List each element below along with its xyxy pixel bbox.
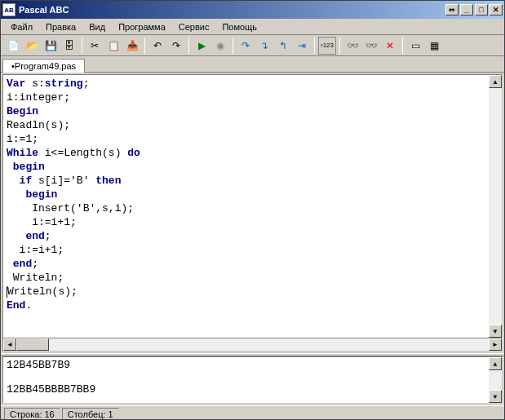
paste-icon[interactable]: 📥 (123, 37, 141, 55)
window-controls: ⇔ _ □ ✕ (445, 4, 503, 15)
scroll-thumb[interactable] (16, 338, 49, 351)
kw-end: End (7, 299, 25, 312)
editor-hscroll[interactable]: ◄ ► (3, 338, 502, 351)
separator (314, 38, 315, 54)
window-title: Pascal ABC (19, 5, 445, 15)
scroll-up-icon[interactable]: ▲ (489, 357, 502, 370)
maximize-button[interactable]: □ (475, 4, 488, 15)
window-icon[interactable]: ▭ (406, 37, 424, 55)
separator (188, 38, 189, 54)
code-text: Readln(s); (7, 119, 70, 131)
close-icon[interactable]: ✕ (381, 37, 399, 55)
scroll-left-icon[interactable]: ◄ (3, 338, 16, 351)
separator (144, 38, 145, 54)
menu-edit[interactable]: Правка (39, 20, 82, 33)
pin-button[interactable]: ⇔ (445, 4, 458, 15)
scroll-down-icon[interactable]: ▼ (489, 390, 502, 403)
robot-icon[interactable]: ▦ (425, 37, 443, 55)
code-text: Writeln(s); (7, 285, 78, 298)
scroll-track[interactable] (489, 88, 502, 325)
menu-program[interactable]: Программа (112, 20, 172, 33)
file-tab[interactable]: •Program49.pas (2, 59, 85, 73)
scroll-up-icon[interactable]: ▲ (489, 75, 502, 88)
kw-then: then (95, 175, 121, 187)
code-editor[interactable]: Var s:string; i:integer; Begin Readln(s)… (3, 75, 502, 338)
kw-begin: begin (25, 188, 57, 201)
kw-string: string (45, 77, 83, 90)
kw-end: end (25, 230, 44, 242)
close-window-button[interactable]: ✕ (489, 4, 503, 15)
separator (339, 38, 340, 54)
output-line: 12B45BB7B9 (7, 359, 498, 371)
run-icon[interactable]: ▶ (193, 37, 210, 55)
step-out-icon[interactable]: ↰ (274, 37, 292, 55)
minimize-button[interactable]: _ (460, 4, 473, 15)
kw-while: While (7, 147, 38, 159)
step-over-icon[interactable]: ↷ (237, 37, 255, 55)
scroll-track[interactable] (49, 338, 489, 351)
kw-var: Var (7, 77, 25, 90)
kw-if: if (20, 175, 33, 187)
code-text: i:integer; (7, 91, 70, 104)
menubar: Файл Правка Вид Программа Сервис Помощь (1, 19, 504, 35)
save-all-icon[interactable]: 🗄 (60, 37, 78, 55)
kw-end: end (13, 258, 32, 270)
output-vscroll[interactable]: ▲ ▼ (489, 357, 502, 403)
editor-vscroll[interactable]: ▲ ▼ (489, 75, 502, 338)
code-text: i:=i+1; (32, 216, 77, 228)
code-text: s: (25, 77, 44, 90)
separator (402, 38, 403, 54)
separator (82, 38, 82, 54)
open-folder-icon[interactable]: 📂 (23, 37, 41, 55)
redo-icon[interactable]: ↷ (167, 37, 185, 55)
menu-service[interactable]: Сервис (172, 20, 216, 33)
breakpoint-icon[interactable]: 👓 (362, 37, 380, 55)
titlebar: AB Pascal ABC ⇔ _ □ ✕ (1, 1, 504, 19)
scroll-right-icon[interactable]: ► (489, 338, 502, 351)
tabbar: •Program49.pas (1, 56, 504, 73)
code-text: Insert('B',s,i); (32, 202, 134, 214)
output-line: 12BB45BBBB7BB9 (7, 383, 498, 396)
code-text: . (25, 299, 32, 312)
scroll-track[interactable] (489, 370, 502, 390)
save-icon[interactable]: 💾 (42, 37, 60, 55)
statusbar: Строка: 16 Столбец: 1 (1, 405, 504, 420)
code-text: i:=i+1; (20, 244, 64, 256)
run-to-icon[interactable]: ⇥ (293, 37, 311, 55)
code-text: i:=1; (7, 133, 38, 145)
app-icon: AB (2, 3, 16, 16)
menu-view[interactable]: Вид (82, 20, 112, 33)
code-text: i<=Length(s) (38, 147, 127, 159)
step-into-icon[interactable]: ↴ (255, 37, 273, 55)
separator (233, 38, 233, 54)
watch-icon[interactable]: 👓 (343, 37, 361, 55)
undo-icon[interactable]: ↶ (148, 37, 166, 55)
menu-help[interactable]: Помощь (215, 20, 264, 33)
editor-area: Var s:string; i:integer; Begin Readln(s)… (2, 74, 503, 351)
kw-do: do (127, 147, 140, 159)
scroll-down-icon[interactable]: ▼ (489, 325, 502, 338)
kw-begin: begin (13, 161, 45, 173)
kw-begin: Begin (7, 105, 38, 117)
output-panel[interactable]: 12B45BB7B9 12BB45BBBB7BB9 ▲ ▼ (2, 356, 503, 404)
stop-icon[interactable]: ◉ (211, 37, 229, 55)
eval-icon[interactable]: ›123 (318, 37, 336, 55)
status-line: Строка: 16 (4, 408, 60, 421)
code-text: ; (45, 230, 51, 242)
status-col: Столбец: 1 (62, 408, 119, 421)
toolbar: 📄 📂 💾 🗄 ✂ 📋 📥 ↶ ↷ ▶ ◉ ↷ ↴ ↰ ⇥ ›123 👓 👓 ✕… (1, 35, 504, 56)
code-text: s[i]='B' (32, 175, 95, 187)
cut-icon[interactable]: ✂ (86, 37, 104, 55)
copy-icon[interactable]: 📋 (104, 37, 122, 55)
code-text: Writeln; (13, 272, 64, 284)
menu-file[interactable]: Файл (4, 20, 39, 33)
code-text: ; (32, 258, 38, 270)
new-file-icon[interactable]: 📄 (4, 37, 22, 55)
code-text: ; (83, 77, 90, 90)
